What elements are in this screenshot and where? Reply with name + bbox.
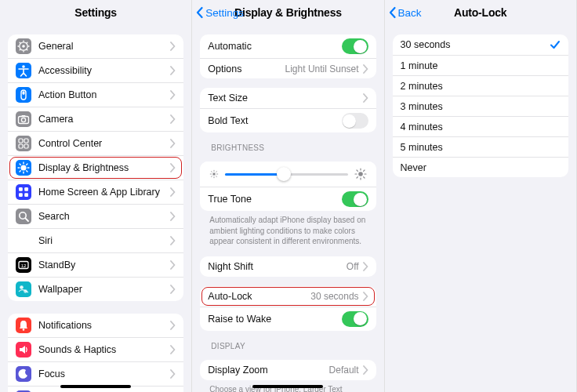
settings-row-search[interactable]: Search [8,204,183,228]
auto-lock-row[interactable]: Auto-Lock 30 seconds [200,286,376,307]
home-indicator[interactable] [60,385,131,388]
svg-rect-12 [23,91,25,95]
sounds-icon [16,342,31,358]
option-label: 4 minutes [401,122,561,132]
auto-lock-option[interactable]: 2 minutes [393,75,568,96]
auto-lock-option[interactable]: 30 seconds [393,34,568,55]
svg-rect-19 [24,144,28,148]
option-label: 1 minute [401,60,561,71]
option-label: 5 minutes [401,142,561,153]
settings-row-wallpaper[interactable]: Wallpaper [8,277,183,301]
page-title: Display & Brightness [234,6,342,19]
true-tone-toggle[interactable] [342,191,368,207]
auto-lock-option[interactable]: 3 minutes [393,96,568,116]
settings-row-accessibility[interactable]: Accessibility [8,58,183,82]
text-size-row[interactable]: Text Size [200,88,376,108]
svg-rect-31 [19,193,23,197]
automatic-row[interactable]: Automatic [200,34,376,58]
row-label: General [38,41,169,52]
sun-large-icon [354,168,367,180]
chevron-right-icon [169,90,176,100]
row-label: StandBy [38,260,169,270]
night-shift-row[interactable]: Night Shift Off [200,256,376,277]
row-label: Search [38,211,169,222]
auto-lock-option[interactable]: 1 minute [393,55,568,75]
svg-line-25 [20,164,20,165]
svg-point-51 [358,172,363,176]
svg-point-42 [213,172,216,176]
settings-row-camera[interactable]: Camera [8,107,183,131]
settings-row-sounds[interactable]: Sounds & Haptics [8,337,183,361]
chevron-right-icon [169,187,176,197]
page-title: Auto-Lock [454,6,506,19]
brightness-slider[interactable] [225,173,347,176]
true-tone-footer: Automatically adapt iPhone display based… [209,215,366,247]
svg-line-48 [216,176,217,177]
svg-rect-30 [24,187,28,191]
search-icon [16,209,31,224]
brightness-slider-row[interactable] [200,162,376,187]
chevron-right-icon [169,139,176,148]
svg-text:12: 12 [21,263,27,268]
display-icon [16,160,31,176]
chevron-right-icon [169,369,176,379]
home-icon [16,184,31,200]
wallpaper-icon [16,281,31,297]
display-group: Display Zoom Default [200,360,376,380]
settings-row-standby[interactable]: 12StandBy [8,252,183,277]
appearance-group: Automatic Options Light Until Sunset [200,34,376,78]
automatic-toggle[interactable] [342,38,368,54]
settings-row-focus[interactable]: Focus [8,361,183,386]
bold-text-toggle[interactable] [342,113,368,129]
back-button[interactable]: Settings [195,0,244,25]
chevron-right-icon [169,236,176,245]
focus-icon [16,366,31,382]
chevron-right-icon [169,42,176,51]
svg-point-1 [22,45,25,48]
raise-to-wake-row[interactable]: Raise to Wake [200,307,376,331]
bold-text-row[interactable]: Bold Text [200,108,376,132]
display-zoom-row[interactable]: Display Zoom Default [200,360,376,380]
settings-row-siri[interactable]: Siri [8,228,183,252]
row-label: Focus [38,368,169,379]
auto-lock-option[interactable]: 5 minutes [393,136,568,157]
option-label: Never [401,162,561,173]
svg-line-47 [212,172,212,172]
settings-row-notif[interactable]: Notifications [8,314,183,337]
settings-row-control[interactable]: Control Center [8,131,183,155]
svg-line-34 [25,218,28,221]
settings-row-display[interactable]: Display & Brightness [8,155,183,180]
general-icon [16,38,31,54]
settings-group-1: GeneralAccessibilityAction ButtonCameraC… [8,34,183,301]
back-button[interactable]: Back [388,0,422,25]
auto-lock-option[interactable]: 4 minutes [393,116,568,136]
options-row[interactable]: Options Light Until Sunset [200,58,376,78]
home-indicator[interactable] [252,385,323,388]
svg-line-28 [27,164,27,165]
svg-line-9 [27,42,27,43]
raise-to-wake-toggle[interactable] [342,311,368,327]
svg-rect-29 [19,187,23,191]
true-tone-row[interactable]: True Tone [200,187,376,211]
chevron-right-icon [362,262,368,271]
settings-row-general[interactable]: General [8,34,183,58]
settings-group-2: NotificationsSounds & HapticsFocusScreen… [8,314,183,392]
svg-line-8 [20,49,20,50]
siri-icon [16,233,31,249]
settings-row-action[interactable]: Action Button [8,82,183,107]
chevron-right-icon [362,292,368,301]
row-label: Accessibility [38,65,169,76]
svg-point-38 [20,285,24,289]
svg-line-56 [357,170,357,171]
brightness-group: True Tone [200,162,376,211]
notif-icon [16,318,31,333]
row-label: Home Screen & App Library [38,187,169,198]
chevron-left-icon [195,6,205,19]
svg-line-50 [216,172,217,172]
page-title: Settings [74,6,117,19]
svg-line-59 [363,170,364,171]
svg-rect-17 [24,139,28,143]
chevron-right-icon [362,93,368,103]
settings-row-home[interactable]: Home Screen & App Library [8,180,183,204]
auto-lock-option[interactable]: Never [393,157,568,177]
